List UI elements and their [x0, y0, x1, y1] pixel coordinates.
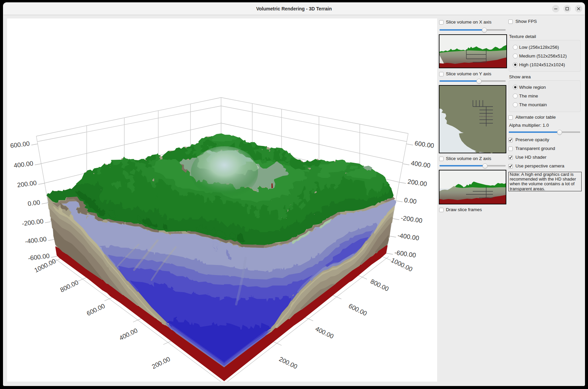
- svg-text:400.00: 400.00: [13, 160, 34, 169]
- svg-text:-600.00: -600.00: [394, 249, 417, 259]
- svg-text:-200.00: -200.00: [22, 218, 44, 227]
- svg-text:800.00: 800.00: [369, 278, 390, 293]
- svg-text:200.00: 200.00: [17, 179, 37, 189]
- svg-text:-400.00: -400.00: [25, 235, 47, 245]
- svg-text:-200.00: -200.00: [401, 214, 423, 224]
- svg-text:600.00: 600.00: [85, 302, 106, 317]
- svg-text:-400.00: -400.00: [397, 232, 420, 242]
- svg-text:200.00: 200.00: [278, 355, 298, 370]
- svg-text:600.00: 600.00: [414, 140, 434, 149]
- svg-text:400.00: 400.00: [411, 159, 431, 169]
- svg-text:0.00: 0.00: [404, 196, 417, 205]
- svg-text:-600.00: -600.00: [28, 252, 50, 262]
- svg-text:600.00: 600.00: [10, 140, 30, 149]
- svg-text:0.00: 0.00: [27, 199, 40, 207]
- svg-text:200.00: 200.00: [407, 178, 427, 188]
- svg-text:400.00: 400.00: [118, 327, 138, 342]
- svg-text:200.00: 200.00: [151, 355, 171, 370]
- svg-text:400.00: 400.00: [314, 325, 335, 340]
- svg-text:600.00: 600.00: [347, 302, 368, 317]
- svg-text:800.00: 800.00: [59, 279, 79, 294]
- svg-text:1000.00: 1000.00: [390, 257, 414, 273]
